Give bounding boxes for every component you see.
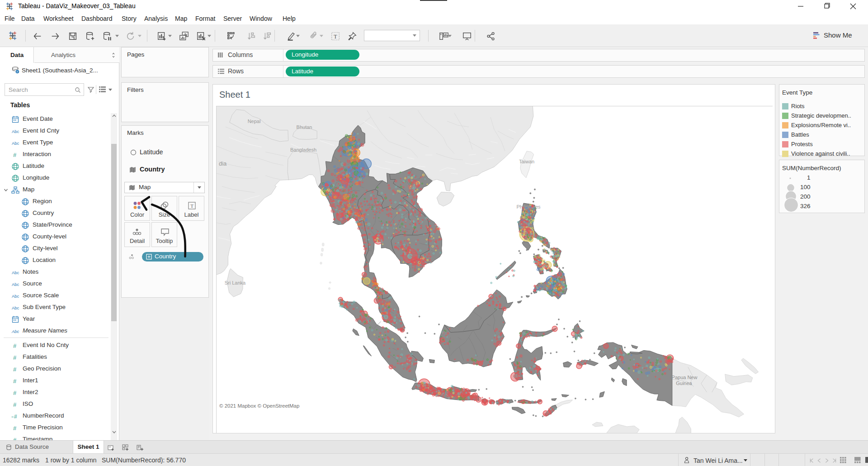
svg-text:#: # xyxy=(13,152,17,158)
svg-text:Abc: Abc xyxy=(11,329,19,334)
svg-text:#: # xyxy=(13,401,17,408)
svg-text:Abc: Abc xyxy=(12,141,19,146)
svg-text:#: # xyxy=(13,425,17,432)
svg-text:Papua New: Papua New xyxy=(672,375,698,380)
svg-text:dia: dia xyxy=(219,160,227,167)
svg-text:#: # xyxy=(13,366,17,373)
svg-text:#: # xyxy=(13,342,17,349)
svg-text:Abc: Abc xyxy=(12,270,19,275)
svg-text:Abc: Abc xyxy=(12,305,19,310)
svg-text:Taiwan: Taiwan xyxy=(519,159,534,164)
svg-text:#: # xyxy=(13,354,17,361)
svg-text:Philippines: Philippines xyxy=(516,204,541,209)
svg-text:#: # xyxy=(13,390,17,396)
svg-text:Sri Lanka: Sri Lanka xyxy=(225,280,246,285)
svg-text:Bangladesh: Bangladesh xyxy=(290,147,316,152)
svg-text:Bhutan: Bhutan xyxy=(297,124,312,130)
svg-text:#: # xyxy=(13,378,17,385)
svg-text:Abc: Abc xyxy=(12,294,19,299)
svg-text:Abc: Abc xyxy=(12,129,19,134)
svg-text:=: = xyxy=(11,414,14,419)
svg-text:T: T xyxy=(334,33,337,40)
svg-text:Nepal: Nepal xyxy=(248,119,261,124)
svg-text:#: # xyxy=(14,414,17,420)
svg-text:Abc: Abc xyxy=(12,282,19,287)
svg-text:Guinea: Guinea xyxy=(676,380,692,386)
